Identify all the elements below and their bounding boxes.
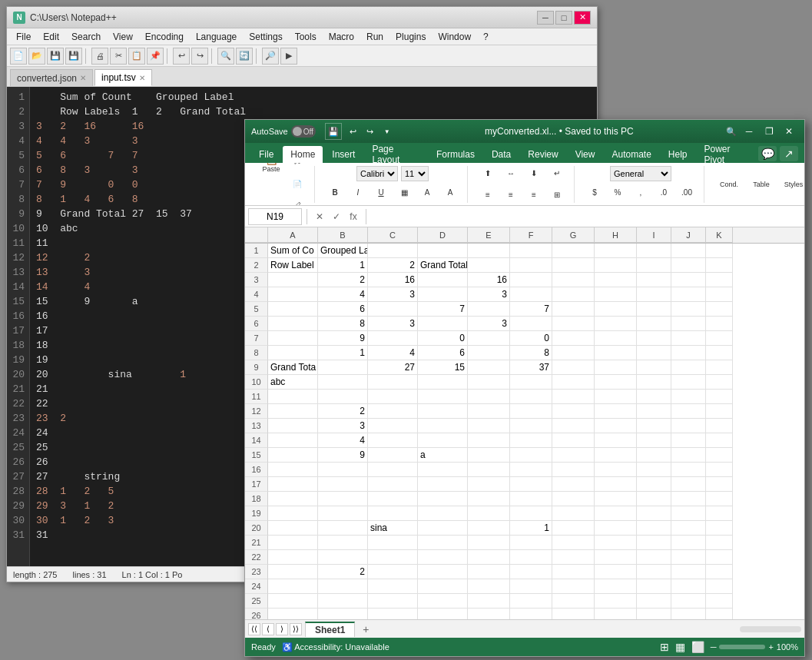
col-header-H[interactable]: H [595,227,637,243]
grid-cell-C18[interactable] [368,492,418,506]
grid-cell-G21[interactable] [552,536,595,550]
grid-cell-D19[interactable] [418,506,468,521]
zoom-slider[interactable] [719,645,765,649]
grid-cell-H25[interactable] [595,594,637,609]
grid-cell-G2[interactable] [552,258,595,273]
align-left-button[interactable]: ≡ [477,185,499,205]
grid-cell-I21[interactable] [637,536,671,550]
grid-cell-H5[interactable] [595,302,637,317]
toolbar-new[interactable]: 📄 [10,48,27,65]
grid-cell-F7[interactable]: 0 [510,331,552,346]
cell-reference-input[interactable] [248,208,302,225]
sheet-tab-sheet1[interactable]: Sheet1 [305,622,355,637]
zoom-out-button[interactable]: ─ [711,642,717,652]
grid-cell-B12[interactable]: 2 [318,404,368,419]
grid-cell-C13[interactable] [368,419,418,433]
grid-cell-F19[interactable] [510,506,552,521]
underline-button[interactable]: U [370,183,392,203]
col-header-E[interactable]: E [468,227,510,243]
grid-cell-F26[interactable] [510,609,552,619]
grid-cell-G20[interactable] [552,521,595,536]
view-pagelayout-button[interactable]: ⬜ [691,641,704,653]
grid-cell-K19[interactable] [706,506,733,521]
ribbon-tab-file[interactable]: File [251,146,281,163]
grid-cell-J11[interactable] [671,390,706,404]
grid-cell-F4[interactable] [510,287,552,302]
grid-cell-H13[interactable] [595,419,637,433]
grid-cell-G12[interactable] [552,404,595,419]
fill-color-button[interactable]: A [416,183,438,203]
grid-cell-E16[interactable] [468,463,510,477]
grid-cell-H3[interactable] [595,273,637,287]
grid-cell-H17[interactable] [595,477,637,492]
ribbon-share-button[interactable]: ↗ [780,146,798,161]
menu-search[interactable]: Search [65,30,107,44]
number-format-select[interactable]: General [610,166,671,181]
cell-styles-button[interactable]: Styles [778,174,804,194]
toolbar-zoom[interactable]: 🔎 [262,48,279,65]
grid-cell-H15[interactable] [595,448,637,463]
zoom-in-button[interactable]: + [768,642,773,652]
table-row[interactable]: 17 [245,477,804,492]
italic-button[interactable]: I [347,183,369,203]
align-bottom-button[interactable]: ⬇ [523,164,545,184]
table-row[interactable]: 5677 [245,302,804,317]
grid-cell-F9[interactable]: 37 [510,360,552,375]
grid-cell-B23[interactable]: 2 [318,565,368,579]
grid-cell-E23[interactable] [468,565,510,579]
grid-cell-D10[interactable] [418,375,468,390]
grid-cell-D25[interactable] [418,594,468,609]
grid-cell-A1[interactable]: Sum of Co [268,244,318,258]
grid-cell-B3[interactable]: 2 [318,273,368,287]
grid-cell-A13[interactable] [268,419,318,433]
toolbar-undo[interactable]: ↩ [173,48,190,65]
menu-settings[interactable]: Settings [243,30,288,44]
grid-cell-K14[interactable] [706,433,733,448]
grid-cell-E11[interactable] [468,390,510,404]
grid-cell-I13[interactable] [637,419,671,433]
grid-cell-F8[interactable]: 8 [510,346,552,360]
grid-cell-F22[interactable] [510,550,552,565]
grid-cell-H26[interactable] [595,609,637,619]
grid-cell-K25[interactable] [706,594,733,609]
grid-cell-A12[interactable] [268,404,318,419]
ribbon-tab-review[interactable]: Review [520,146,565,163]
grid-cell-F18[interactable] [510,492,552,506]
grid-cell-K24[interactable] [706,579,733,594]
toolbar-find[interactable]: 🔍 [217,48,234,65]
tab-input-tsv[interactable]: input.tsv ✕ [94,69,152,86]
grid-cell-F6[interactable] [510,317,552,331]
toolbar-copy[interactable]: 📋 [128,48,145,65]
excel-close-button[interactable]: ✕ [780,124,798,139]
grid-cell-I6[interactable] [637,317,671,331]
grid-cell-B17[interactable] [318,477,368,492]
grid-cell-K2[interactable] [706,258,733,273]
grid-cell-F23[interactable] [510,565,552,579]
grid-cell-E26[interactable] [468,609,510,619]
menu-encoding[interactable]: Encoding [139,30,190,44]
grid-cell-C6[interactable]: 3 [368,317,418,331]
grid-cell-C21[interactable] [368,536,418,550]
grid-cell-D14[interactable] [418,433,468,448]
grid-cell-H21[interactable] [595,536,637,550]
grid-cell-C24[interactable] [368,579,418,594]
excel-minimize-button[interactable]: ─ [740,124,758,139]
grid-cell-K10[interactable] [706,375,733,390]
ribbon-format-painter-button[interactable]: 🖌 [287,196,308,207]
table-row[interactable]: 4433 [245,287,804,302]
grid-cell-E10[interactable] [468,375,510,390]
grid-cell-D8[interactable]: 6 [418,346,468,360]
bold-button[interactable]: B [324,183,346,203]
align-top-button[interactable]: ⬆ [477,164,499,184]
grid-cell-E9[interactable] [468,360,510,375]
table-row[interactable]: 24 [245,579,804,594]
grid-cell-A22[interactable] [268,550,318,565]
grid-cell-F12[interactable] [510,404,552,419]
grid-cell-A18[interactable] [268,492,318,506]
merge-button[interactable]: ⊞ [546,185,568,205]
grid-cell-J3[interactable] [671,273,706,287]
grid-cell-D6[interactable] [418,317,468,331]
grid-cell-B9[interactable] [318,360,368,375]
grid-cell-C20[interactable]: sina [368,521,418,536]
toolbar-saveall[interactable]: 💾 [65,48,82,65]
